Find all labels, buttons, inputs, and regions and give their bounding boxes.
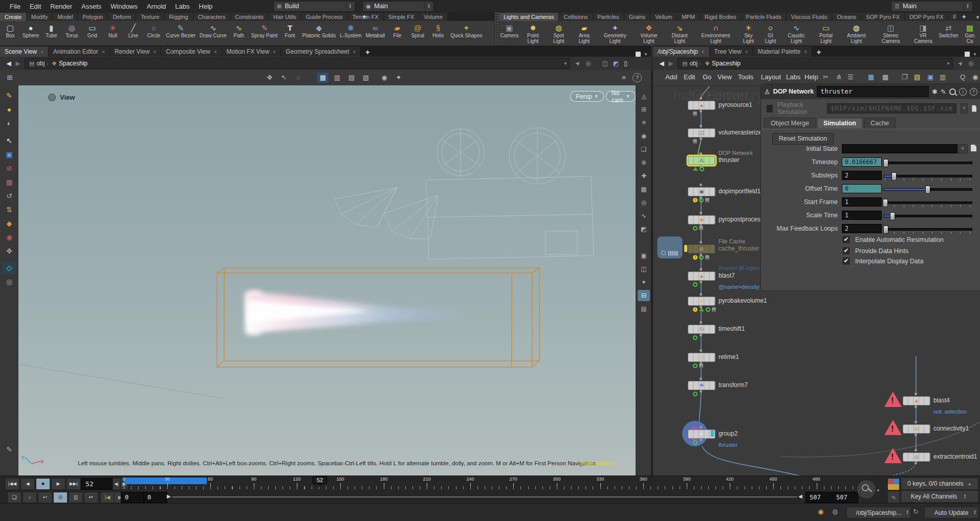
- pane-tab[interactable]: Render View ×: [110, 47, 161, 57]
- shelf-tool[interactable]: ▭ Grid: [82, 22, 102, 39]
- cook-indicator-icon[interactable]: ◉: [818, 508, 823, 515]
- page-icon[interactable]: ▯: [624, 60, 627, 67]
- shelf-overflow-icon[interactable]: ▼: [972, 15, 980, 20]
- network-node[interactable]: ◆ pyropostprocess1: [688, 215, 714, 223]
- network-node[interactable]: ◍ File Cache cache_thruster thruster.$F.…: [688, 244, 714, 253]
- node-badge-icon[interactable]: [693, 198, 698, 202]
- shelf-divider-handle[interactable]: [494, 12, 499, 46]
- node-badge-icon[interactable]: [693, 167, 698, 171]
- close-icon[interactable]: ×: [102, 49, 105, 55]
- pane-tab[interactable]: Material Palette ×: [753, 47, 812, 57]
- node-badge-icon[interactable]: [700, 167, 704, 171]
- shelf-tool[interactable]: ◨ VR Camera: [909, 22, 938, 44]
- lock-icon[interactable]: ▣: [2, 148, 16, 161]
- shelf-tool[interactable]: ⇄ Switcher: [938, 22, 960, 39]
- menu-item[interactable]: Labs: [170, 1, 194, 12]
- tree-icon[interactable]: ⋔: [836, 73, 842, 81]
- grid-toggle-icon[interactable]: ⊞: [638, 104, 650, 115]
- node-badge-icon[interactable]: [699, 226, 703, 231]
- menu-item[interactable]: Help: [194, 1, 217, 12]
- sim-file-field[interactable]: $HIP/sim/$HIPNAME.$OS.$SF.sim: [827, 103, 956, 114]
- playback-checkbox[interactable]: [766, 104, 773, 113]
- menu-item[interactable]: Windows: [106, 1, 142, 12]
- node-badge-icon[interactable]: [693, 282, 698, 287]
- pane-tab[interactable]: Geometry Spreadsheet ×: [281, 47, 361, 57]
- path-field[interactable]: ▤ obj › ❖ Spaceship ▼: [678, 58, 953, 69]
- wireframe-icon[interactable]: ▦: [638, 184, 650, 195]
- range-slider-track[interactable]: [172, 496, 797, 497]
- parameter-slider[interactable]: [884, 187, 972, 193]
- network-node[interactable]: ● pyrobakevolume1: [688, 297, 714, 305]
- update-mode-button[interactable]: Auto Update: [924, 507, 978, 518]
- pane-tab[interactable]: Tree View ×: [710, 47, 753, 57]
- no-select-icon[interactable]: ⊘: [2, 162, 16, 174]
- stepper-icon[interactable]: ▲▼: [904, 508, 911, 516]
- shelf-tab[interactable]: MPM: [677, 13, 700, 21]
- audio-icon[interactable]: ♪: [23, 492, 37, 503]
- dopesheet-icon[interactable]: [887, 478, 900, 490]
- reset-simulation-button[interactable]: Reset Simulation: [772, 133, 834, 145]
- color-palette-icon[interactable]: ▦: [868, 73, 874, 81]
- shelf-tab[interactable]: Particle Fluids: [742, 13, 787, 21]
- node-badge-icon[interactable]: [693, 307, 698, 312]
- shelf-tab[interactable]: Constraints: [230, 13, 269, 21]
- step-back-button[interactable]: ◀|: [113, 478, 120, 490]
- range-slider-left-handle[interactable]: ▶: [167, 493, 171, 499]
- range-end-field[interactable]: 507: [805, 492, 832, 503]
- add-shelf-tab-button[interactable]: +: [358, 13, 371, 20]
- shelf-tool[interactable]: ❖ Volume Light: [633, 22, 664, 44]
- shelf-tool[interactable]: ◍ Ambient Light: [840, 22, 873, 44]
- slider-handle[interactable]: [883, 199, 888, 207]
- menu-item[interactable]: Arnold: [142, 1, 171, 12]
- sculpt-tool-icon[interactable]: ●: [2, 103, 16, 116]
- close-icon[interactable]: ×: [745, 49, 748, 55]
- shelf-tool[interactable]: ✎ Curve Bezier: [164, 22, 198, 39]
- shelf-tool[interactable]: ▰ Area Light: [572, 22, 597, 44]
- guides-icon[interactable]: ∿: [638, 210, 650, 221]
- node-tile[interactable]: ▲: [903, 396, 930, 405]
- range-start-field[interactable]: 0: [121, 492, 144, 503]
- prev-key-button[interactable]: |◀: [100, 492, 115, 503]
- pane-layout-icon[interactable]: ⊞: [4, 73, 15, 83]
- snapshot-icon[interactable]: ◉: [379, 73, 390, 83]
- select-edges-icon[interactable]: ▤: [346, 73, 357, 83]
- network-node[interactable]: ▲ pyrosource1: [688, 101, 714, 109]
- node-tile[interactable]: ⊙: [688, 325, 715, 334]
- select-prims-icon[interactable]: ▧: [360, 73, 372, 83]
- node-badge-icon[interactable]: [693, 226, 698, 231]
- node-badge-icon[interactable]: [712, 307, 716, 312]
- multi-view-icon[interactable]: ◫: [638, 263, 650, 275]
- desktop-selector[interactable]: ⊞ Build ▲▼: [273, 1, 355, 12]
- shelf-tool[interactable]: ╱ Line: [123, 22, 143, 39]
- node-badge-icon[interactable]: [706, 307, 710, 312]
- node-tile[interactable]: ♙: [688, 156, 715, 165]
- select-geometry-icon[interactable]: ▦: [317, 73, 329, 83]
- shelf-tool[interactable]: ∿ Caustic Light: [781, 22, 812, 44]
- select-points-icon[interactable]: ▥: [332, 73, 343, 83]
- backface-icon[interactable]: ◩: [638, 223, 650, 235]
- add-pane-tab-button[interactable]: +: [361, 48, 374, 57]
- path-root[interactable]: obj: [689, 60, 698, 67]
- frame-ruler[interactable]: 0306090120150180210240270300330360390420…: [121, 476, 856, 490]
- orbit-icon[interactable]: ◎: [2, 276, 16, 288]
- network-node[interactable]: ◎ extractcentroid1: [903, 452, 929, 461]
- checkbox[interactable]: ✔: [842, 235, 851, 244]
- chevron-down-icon[interactable]: ▼: [563, 61, 568, 66]
- loop-mode-icon[interactable]: ↩: [38, 492, 52, 503]
- record-icon[interactable]: ◉: [2, 231, 16, 243]
- shelf-tab[interactable]: Vellum: [650, 13, 677, 21]
- node-badge-icon[interactable]: [693, 255, 698, 260]
- snap-icon[interactable]: ◇: [2, 262, 16, 274]
- shelf-tool[interactable]: ○ Circle: [143, 22, 164, 39]
- realtime-toggle-icon[interactable]: ⊙: [53, 492, 68, 503]
- menu-item[interactable]: File: [5, 1, 25, 12]
- shelf-tool[interactable]: ◫ Stereo Camera: [873, 22, 908, 44]
- parameter-value-field[interactable]: [842, 144, 959, 153]
- view-options-icon[interactable]: ✦: [393, 73, 404, 83]
- recook-icon[interactable]: ↻: [913, 508, 919, 515]
- path-field[interactable]: ▤ obj › ❖ Spaceship ▼: [25, 58, 570, 69]
- search-icon[interactable]: Q: [960, 73, 965, 81]
- parameter-slider[interactable]: [884, 214, 972, 220]
- network-node[interactable]: ○ group2 thruster: [688, 429, 714, 438]
- follow-target-icon[interactable]: ◎: [585, 60, 591, 67]
